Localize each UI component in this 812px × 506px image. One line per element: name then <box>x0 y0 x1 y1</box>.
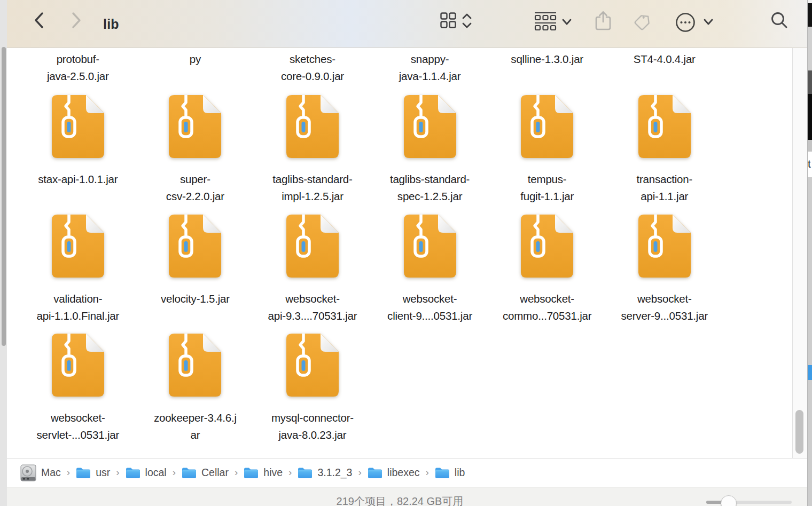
file-item[interactable]: py <box>137 51 254 85</box>
file-item[interactable]: validation-api-1.1.0.Final.jar <box>19 215 137 325</box>
jar-file-icon <box>521 95 573 158</box>
tag-button[interactable] <box>632 11 654 32</box>
file-item[interactable]: mysql-connector-java-8.0.23.jar <box>254 334 371 444</box>
background-folder-fragment <box>808 365 812 380</box>
background-scrollbar-thumb <box>2 47 6 346</box>
jar-file-icon <box>286 334 339 397</box>
forward-button[interactable] <box>69 11 83 30</box>
jar-file-icon <box>638 215 691 278</box>
group-by-chevron[interactable] <box>561 17 573 27</box>
path-item-3.1.2_3[interactable]: 3.1.2_3 <box>298 467 352 479</box>
path-separator: › <box>235 467 238 478</box>
file-grid: protobuf-java-2.5.0.jarpysketches-core-0… <box>7 48 793 458</box>
jar-file-icon <box>286 95 339 158</box>
search-icon <box>770 11 788 29</box>
view-mode-button[interactable] <box>440 12 457 29</box>
path-item-local[interactable]: local <box>126 467 167 479</box>
jar-file-icon <box>286 215 339 278</box>
file-item[interactable]: ST4-4.0.4.jar <box>606 51 723 85</box>
file-label: py <box>190 51 201 68</box>
background-truncated-text: t <box>808 158 811 169</box>
file-label: sqlline-1.3.0.jar <box>511 51 583 68</box>
file-item[interactable]: snappy-java-1.1.4.jar <box>371 51 489 85</box>
path-item-label: Mac <box>41 467 61 479</box>
file-label: snappy-java-1.1.4.jar <box>399 51 461 85</box>
file-label: velocity-1.5.jar <box>161 290 230 307</box>
folder-icon <box>298 467 313 479</box>
file-item[interactable]: websocket-server-9...0531.jar <box>606 215 723 325</box>
path-item-cellar[interactable]: Cellar <box>182 467 229 479</box>
group-by-button[interactable] <box>534 11 557 31</box>
chevron-down-icon <box>561 18 572 26</box>
path-bar: Mac›usr›local›Cellar›hive›3.1.2_3›libexe… <box>7 458 807 487</box>
scrollbar-thumb[interactable] <box>795 410 803 454</box>
path-item-libexec[interactable]: libexec <box>368 467 420 479</box>
file-item[interactable]: protobuf-java-2.5.0.jar <box>19 51 137 85</box>
file-item[interactable]: stax-api-1.0.1.jar <box>19 95 137 205</box>
search-button[interactable] <box>770 11 789 30</box>
path-item-lib[interactable]: lib <box>435 467 465 479</box>
chevron-down-icon <box>703 18 714 26</box>
file-label: transaction-api-1.1.jar <box>636 171 692 205</box>
share-button[interactable] <box>594 10 612 31</box>
share-icon <box>595 11 612 31</box>
folder-icon <box>182 467 197 479</box>
more-chevron[interactable] <box>702 17 714 27</box>
hard-drive-icon <box>20 464 36 481</box>
file-item[interactable]: taglibs-standard-spec-1.2.5.jar <box>371 95 489 205</box>
finder-window: lib <box>7 0 808 506</box>
path-item-hive[interactable]: hive <box>244 467 283 479</box>
file-row: validation-api-1.1.0.Final.jarvelocity-1… <box>19 215 723 325</box>
view-mode-stepper[interactable] <box>460 12 473 29</box>
background-window-left-strip <box>0 0 7 506</box>
path-separator: › <box>173 467 176 478</box>
icon-size-slider[interactable] <box>706 501 792 506</box>
file-label: zookeeper-3.4.6.jar <box>154 409 237 444</box>
tag-icon <box>633 11 654 31</box>
file-item[interactable]: websocket-commo...70531.jar <box>488 215 606 325</box>
path-item-usr[interactable]: usr <box>76 467 110 479</box>
file-row: stax-api-1.0.1.jarsuper-csv-2.2.0.jartag… <box>19 95 723 205</box>
file-item[interactable]: super-csv-2.2.0.jar <box>137 95 254 205</box>
file-item[interactable]: sqlline-1.3.0.jar <box>488 51 606 85</box>
back-button[interactable] <box>32 11 46 30</box>
path-item-label: Cellar <box>201 467 229 479</box>
file-item[interactable]: taglibs-standard-impl-1.2.5.jar <box>254 95 371 205</box>
file-item[interactable]: websocket-client-9....0531.jar <box>371 215 489 325</box>
file-item[interactable]: sketches-core-0.9.0.jar <box>254 51 371 85</box>
window-title: lib <box>103 0 119 48</box>
chevron-right-icon <box>71 12 82 29</box>
file-label: stax-api-1.0.1.jar <box>38 171 118 188</box>
path-item-label: hive <box>263 467 283 479</box>
path-item-label: local <box>145 467 167 479</box>
file-item[interactable]: zookeeper-3.4.6.jar <box>137 334 254 444</box>
file-label: ST4-4.0.4.jar <box>634 51 696 68</box>
chevron-left-icon <box>34 12 44 29</box>
path-separator: › <box>426 467 429 478</box>
more-button[interactable] <box>675 12 696 33</box>
file-row: websocket-servlet-...0531.jarzookeeper-3… <box>19 334 371 444</box>
path-item-label: usr <box>96 467 110 479</box>
file-label: mysql-connector-java-8.0.23.jar <box>271 409 354 444</box>
file-item[interactable]: websocket-api-9.3....70531.jar <box>254 215 371 325</box>
file-label: validation-api-1.1.0.Final.jar <box>37 290 120 325</box>
file-item[interactable]: transaction-api-1.1.jar <box>606 95 723 205</box>
file-item[interactable]: websocket-servlet-...0531.jar <box>19 334 137 444</box>
folder-icon <box>244 467 259 479</box>
vertical-scrollbar[interactable] <box>792 48 807 458</box>
status-text: 219个项目，82.24 GB可用 <box>7 494 793 506</box>
up-down-chevrons-icon <box>461 13 473 29</box>
jar-file-icon <box>52 334 104 397</box>
more-circle-icon <box>675 12 696 33</box>
path-item-mac[interactable]: Mac <box>20 464 61 481</box>
file-label: websocket-servlet-...0531.jar <box>37 409 120 444</box>
file-label: sketches-core-0.9.0.jar <box>281 51 344 85</box>
file-item[interactable]: velocity-1.5.jar <box>137 215 254 325</box>
file-item[interactable]: tempus-fugit-1.1.jar <box>488 95 606 205</box>
folder-icon <box>126 467 140 479</box>
jar-file-icon <box>169 334 221 397</box>
path-separator: › <box>288 467 292 478</box>
jar-file-icon <box>404 215 456 278</box>
jar-file-icon <box>404 95 456 158</box>
file-label: taglibs-standard-spec-1.2.5.jar <box>390 171 470 205</box>
